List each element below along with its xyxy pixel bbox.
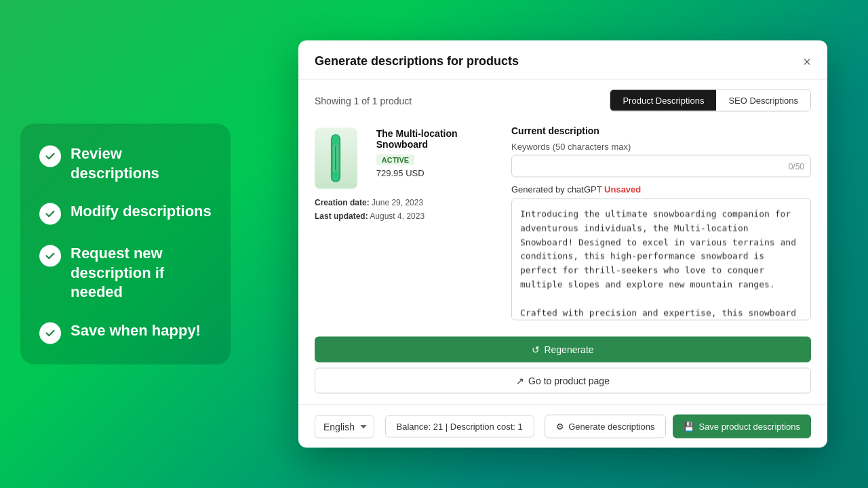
left-panel: Review descriptions Modify descriptions … <box>20 124 231 365</box>
modal-header: Generate descriptions for products × <box>298 41 827 80</box>
language-select[interactable]: English <box>315 415 374 438</box>
checklist-item-request: Request new description if needed <box>39 244 212 302</box>
modal-close-button[interactable]: × <box>803 54 811 68</box>
tab-product-descriptions[interactable]: Product Descriptions <box>610 90 716 111</box>
modal-title: Generate descriptions for products <box>315 54 519 68</box>
unsaved-badge: Unsaved <box>604 184 641 195</box>
last-updated-value: August 4, 2023 <box>370 211 425 221</box>
goto-icon: ↗ <box>516 375 524 386</box>
product-info: The Multi-location Snowboard ACTIVE 729.… <box>376 128 498 184</box>
creation-date-value: June 29, 2023 <box>372 198 423 207</box>
keywords-input[interactable] <box>511 155 811 178</box>
goto-product-button[interactable]: ↗ Go to product page <box>315 368 811 394</box>
checklist-item-review: Review descriptions <box>39 144 212 183</box>
balance-info: Balance: 21 | Description cost: 1 <box>385 415 534 438</box>
checklist-item-save: Save when happy! <box>39 321 212 344</box>
check-icon-review <box>39 146 61 167</box>
description-textarea[interactable]: Introducing the ultimate snowboarding co… <box>511 199 811 321</box>
action-buttons: ↺ Regenerate ↗ Go to product page <box>298 334 827 405</box>
modal-body: The Multi-location Snowboard ACTIVE 729.… <box>298 121 827 334</box>
save-product-descriptions-button[interactable]: 💾 Save product descriptions <box>673 415 811 439</box>
product-status-badge: ACTIVE <box>376 155 414 165</box>
regenerate-button[interactable]: ↺ Regenerate <box>315 337 811 363</box>
product-card: The Multi-location Snowboard ACTIVE 729.… <box>315 121 498 323</box>
product-price: 729.95 USD <box>376 168 498 178</box>
regenerate-icon: ↺ <box>532 344 540 355</box>
current-description-label: Current description <box>511 125 811 136</box>
checklist-label-modify: Modify descriptions <box>71 202 212 222</box>
checklist-label-review: Review descriptions <box>71 144 212 183</box>
keywords-label: Keywords (50 characters max) <box>511 142 811 152</box>
check-icon-save <box>39 322 61 344</box>
modal-overlay: Generate descriptions for products × Sho… <box>298 41 827 448</box>
generate-descriptions-button[interactable]: ⚙ Generate descriptions <box>545 415 666 439</box>
svg-point-4 <box>332 171 340 182</box>
showing-text: Showing 1 of 1 product <box>315 95 412 106</box>
modal-toolbar: Showing 1 of 1 product Product Descripti… <box>298 80 827 121</box>
generated-label: Generated by chatGPT Unsaved <box>511 184 811 195</box>
creation-date-label: Creation date: <box>315 198 370 207</box>
generate-icon: ⚙ <box>556 422 564 432</box>
checklist-item-modify: Modify descriptions <box>39 202 212 225</box>
product-meta: Creation date: June 29, 2023 Last update… <box>315 196 498 224</box>
product-name: The Multi-location Snowboard <box>376 128 498 150</box>
description-panel: Current description Keywords (50 charact… <box>511 121 811 323</box>
char-count: 0/50 <box>789 161 804 171</box>
save-icon: 💾 <box>684 422 694 432</box>
last-updated-label: Last updated: <box>315 211 368 221</box>
tab-seo-descriptions[interactable]: SEO Descriptions <box>716 90 810 111</box>
svg-point-3 <box>332 135 340 146</box>
tab-group: Product Descriptions SEO Descriptions <box>610 89 811 112</box>
check-icon-modify <box>39 203 61 225</box>
modal-footer: English Balance: 21 | Description cost: … <box>298 405 827 448</box>
keywords-input-wrap: 0/50 <box>511 155 811 178</box>
check-icon-request <box>39 245 61 267</box>
footer-actions: ⚙ Generate descriptions 💾 Save product d… <box>545 415 811 439</box>
modal: Generate descriptions for products × Sho… <box>298 41 827 448</box>
checklist-label-request: Request new description if needed <box>71 244 212 302</box>
product-image <box>315 128 357 189</box>
checklist-label-save: Save when happy! <box>71 321 201 340</box>
